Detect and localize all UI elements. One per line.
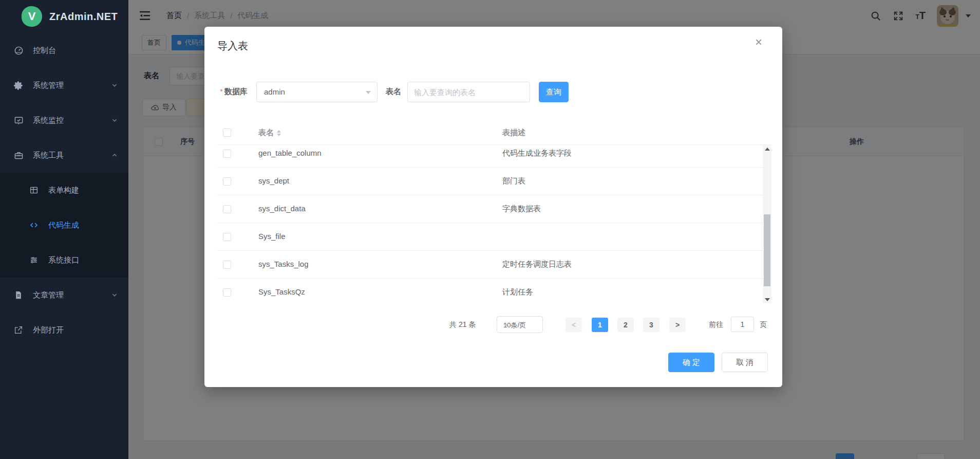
cell-table-name: sys_Tasks_log xyxy=(258,260,309,268)
scrollbar-up-arrow[interactable] xyxy=(763,145,771,153)
pagination-goto-input[interactable] xyxy=(731,317,754,332)
pagination-prev-button[interactable]: < xyxy=(566,318,582,332)
chevron-down-icon xyxy=(503,324,508,327)
dialog-title: 导入表 xyxy=(217,39,248,53)
code-icon xyxy=(29,220,39,230)
table-row[interactable]: sys_Tasks_log 定时任务调度日志表 xyxy=(217,251,763,279)
pagination-goto-suffix: 页 xyxy=(760,320,767,329)
sidebar-item-system-tools[interactable]: 系统工具 xyxy=(0,138,128,173)
gear-icon xyxy=(13,80,24,90)
sort-icon[interactable] xyxy=(277,130,281,136)
cell-table-name: gen_table_column xyxy=(258,149,322,157)
dialog-table-name-input[interactable] xyxy=(407,82,530,102)
cell-table-name: sys_dept xyxy=(258,176,289,185)
confirm-button[interactable]: 确 定 xyxy=(668,353,714,372)
column-header-table-name[interactable]: 表名 xyxy=(258,128,281,138)
database-label: *数据库 xyxy=(220,87,248,97)
cell-table-desc: 定时任务调度日志表 xyxy=(502,260,572,269)
row-checkbox[interactable] xyxy=(223,288,231,297)
table-row[interactable]: sys_dict_data 字典数据表 xyxy=(217,195,763,223)
cell-table-desc: 代码生成业务表字段 xyxy=(502,149,572,158)
page-size-select[interactable]: 10条/页 xyxy=(497,316,543,333)
sidebar: V ZrAdmin.NET 控制台 系统管理 系统监控 xyxy=(0,0,128,459)
row-checkbox[interactable] xyxy=(223,177,231,186)
scrollbar-down-arrow[interactable] xyxy=(763,296,771,303)
pagination-page-2[interactable]: 2 xyxy=(617,318,634,332)
pagination-page-1[interactable]: 1 xyxy=(592,318,608,332)
pagination-total: 共 21 条 xyxy=(449,320,476,329)
search-button[interactable]: 查询 xyxy=(539,82,569,102)
sidebar-item-label: 文章管理 xyxy=(33,290,111,300)
row-checkbox[interactable] xyxy=(223,261,231,269)
pagination-next-button[interactable]: > xyxy=(669,318,686,332)
cancel-button[interactable]: 取 消 xyxy=(722,353,768,372)
dialog-table-body: gen_table_column 代码生成业务表字段 sys_dept 部门表 … xyxy=(217,145,763,303)
database-select-value: admin xyxy=(264,87,285,96)
sidebar-item-label: 系统管理 xyxy=(33,81,111,90)
dialog-table-header: 表名 表描述 xyxy=(217,121,771,145)
chevron-up-icon xyxy=(111,152,118,159)
app-title: ZrAdmin.NET xyxy=(49,11,118,23)
cell-table-desc: 计划任务 xyxy=(502,287,533,297)
sidebar-item-code-generation[interactable]: 代码生成 xyxy=(0,208,128,243)
sidebar-item-system-management[interactable]: 系统管理 xyxy=(0,68,128,103)
sidebar-item-system-monitor[interactable]: 系统监控 xyxy=(0,103,128,138)
logo-icon: V xyxy=(22,6,42,27)
pagination-page-3[interactable]: 3 xyxy=(643,318,659,332)
sidebar-item-label: 系统接口 xyxy=(48,255,118,265)
chevron-down-icon xyxy=(111,82,118,89)
row-checkbox[interactable] xyxy=(223,233,231,241)
monitor-icon xyxy=(13,115,24,125)
close-icon[interactable]: × xyxy=(755,36,762,48)
sidebar-item-label: 表单构建 xyxy=(48,186,118,195)
table-grid-icon xyxy=(29,185,39,195)
cell-table-name: Sys_file xyxy=(258,232,286,241)
required-asterisk: * xyxy=(220,87,223,96)
chevron-down-icon xyxy=(111,291,118,299)
logo[interactable]: V ZrAdmin.NET xyxy=(0,0,128,33)
sidebar-item-label: 外部打开 xyxy=(33,325,118,335)
sidebar-item-form-builder[interactable]: 表单构建 xyxy=(0,173,128,208)
scrollbar-thumb[interactable] xyxy=(764,214,770,286)
sliders-icon xyxy=(29,255,39,265)
dialog-select-all-checkbox[interactable] xyxy=(223,128,231,137)
database-select[interactable]: admin xyxy=(256,82,378,102)
sidebar-item-external-open[interactable]: 外部打开 xyxy=(0,313,128,347)
cell-table-desc: 部门表 xyxy=(502,176,525,186)
table-row[interactable]: gen_table_column 代码生成业务表字段 xyxy=(217,145,763,168)
sidebar-item-dashboard[interactable]: 控制台 xyxy=(0,33,128,68)
table-row[interactable]: Sys_TasksQz 计划任务 xyxy=(217,279,763,303)
app-root: V ZrAdmin.NET 控制台 系统管理 系统监控 xyxy=(0,0,980,459)
column-header-table-desc: 表描述 xyxy=(502,128,525,138)
dialog-table-name-label: 表名 xyxy=(386,87,401,97)
dialog-query-form: *数据库 admin 表名 查询 xyxy=(204,82,782,102)
dialog-pagination: 共 21 条 10条/页 < 1 2 3 > 前往 页 xyxy=(204,316,782,334)
import-table-dialog: 导入表 × *数据库 admin 表名 查询 表名 表描述 g xyxy=(204,27,782,387)
sidebar-item-label: 代码生成 xyxy=(48,221,118,230)
sidebar-item-article-management[interactable]: 文章管理 xyxy=(0,278,128,313)
chevron-down-icon xyxy=(111,117,118,124)
table-row[interactable]: Sys_file xyxy=(217,223,763,251)
cell-table-name: sys_dict_data xyxy=(258,204,306,213)
sidebar-item-system-api[interactable]: 系统接口 xyxy=(0,243,128,278)
sidebar-item-label: 系统工具 xyxy=(33,151,111,160)
row-checkbox[interactable] xyxy=(223,150,231,158)
cell-table-desc: 字典数据表 xyxy=(502,204,541,214)
table-row[interactable]: sys_dept 部门表 xyxy=(217,168,763,195)
sidebar-item-label: 控制台 xyxy=(33,46,118,56)
toolbox-icon xyxy=(13,150,24,160)
document-icon xyxy=(13,290,24,300)
chevron-down-icon xyxy=(366,91,371,94)
external-link-icon xyxy=(13,325,24,335)
sidebar-submenu-system-tools: 表单构建 代码生成 系统接口 xyxy=(0,173,128,278)
pagination-goto-label: 前往 xyxy=(709,320,723,329)
dashboard-icon xyxy=(13,45,24,56)
sidebar-item-label: 系统监控 xyxy=(33,116,111,125)
row-checkbox[interactable] xyxy=(223,205,231,213)
table-scrollbar[interactable] xyxy=(763,145,771,303)
cell-table-name: Sys_TasksQz xyxy=(258,287,305,296)
